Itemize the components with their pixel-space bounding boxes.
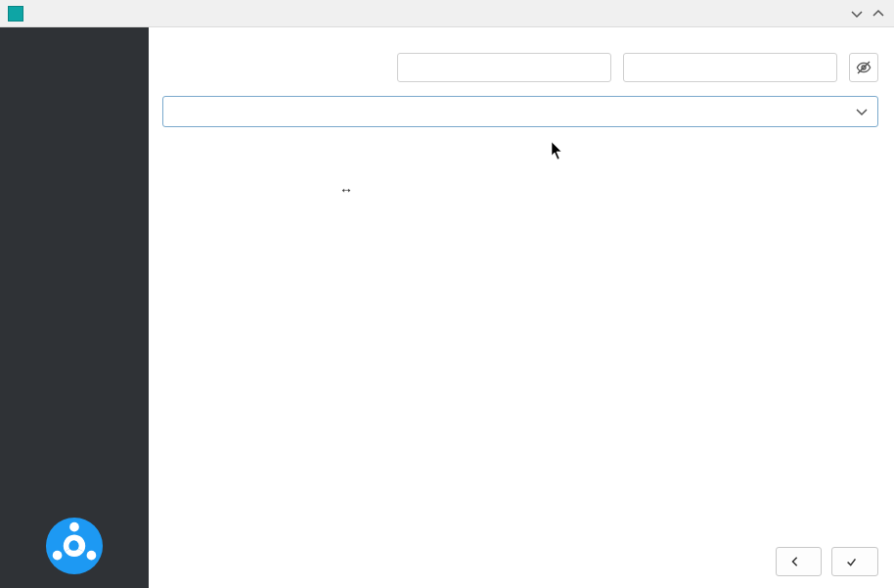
disk-select[interactable] xyxy=(162,96,878,127)
maximize-button[interactable] xyxy=(871,6,886,22)
install-now-button[interactable] xyxy=(831,547,878,576)
app-icon xyxy=(8,6,23,22)
partition-bar-before xyxy=(162,145,878,161)
passphrase-confirm-field[interactable] xyxy=(623,53,837,82)
back-button[interactable] xyxy=(776,547,822,576)
toggle-visibility-button[interactable] xyxy=(849,53,878,82)
check-icon xyxy=(846,557,857,567)
eye-off-icon xyxy=(856,60,872,75)
chevron-down-icon xyxy=(856,106,868,120)
svg-point-2 xyxy=(53,551,63,561)
window-titlebar xyxy=(0,0,894,27)
main-panel: ↔ xyxy=(149,27,894,588)
passphrase-field[interactable] xyxy=(397,53,611,82)
kubuntu-logo-icon xyxy=(44,516,105,576)
chevron-left-icon xyxy=(790,557,800,566)
svg-point-3 xyxy=(87,551,97,561)
svg-point-1 xyxy=(69,522,79,532)
sidebar-header xyxy=(0,27,149,59)
installer-sidebar xyxy=(0,27,149,588)
partition-bar-after[interactable] xyxy=(162,185,878,202)
encryption-fields-row xyxy=(397,53,878,82)
minimize-button[interactable] xyxy=(849,6,865,22)
